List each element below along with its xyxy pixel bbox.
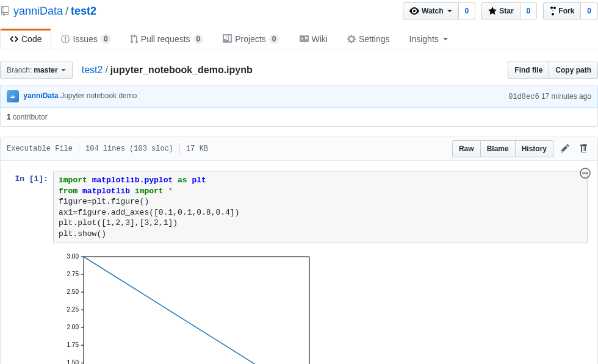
tab-projects-label: Projects: [235, 34, 266, 44]
file-mode: Executable File: [7, 145, 73, 153]
caret-down-icon: [443, 38, 448, 40]
projects-counter: 0: [269, 34, 279, 44]
star-count[interactable]: 0: [521, 2, 538, 20]
tab-wiki[interactable]: Wiki: [289, 29, 337, 49]
tab-pulls-label: Pull requests: [141, 34, 190, 44]
watch-count[interactable]: 0: [459, 2, 476, 20]
tab-insights[interactable]: Insights: [400, 29, 458, 49]
svg-text:2.75: 2.75: [67, 271, 79, 277]
caret-down-icon: [61, 69, 66, 71]
tab-issues[interactable]: Issues 0: [51, 29, 120, 49]
delete-button[interactable]: [577, 141, 591, 157]
file-size: 17 KB: [186, 145, 208, 153]
code-cell: import matplotlib.pyplot as plt from mat…: [53, 171, 588, 243]
star-button[interactable]: Star: [481, 2, 520, 20]
tab-settings[interactable]: Settings: [337, 29, 400, 49]
tab-code[interactable]: Code: [0, 29, 51, 49]
file-lines: 104 lines (103 sloc): [85, 145, 173, 153]
fork-label: Fork: [558, 5, 574, 17]
pulls-counter: 0: [193, 34, 204, 44]
breadcrumb: test2 / jupyter_notebook_demo.ipynb: [82, 65, 253, 76]
tab-settings-label: Settings: [359, 34, 390, 44]
edit-button[interactable]: [557, 141, 573, 157]
watch-button[interactable]: Watch: [403, 2, 459, 20]
cell-prompt: In [1]:: [10, 171, 53, 243]
watch-label: Watch: [422, 5, 444, 17]
tab-insights-label: Insights: [409, 34, 439, 44]
tab-pulls[interactable]: Pull requests 0: [121, 29, 214, 49]
copy-path-button[interactable]: Copy path: [549, 62, 598, 79]
issue-icon: [61, 34, 70, 44]
fork-button[interactable]: Fork: [543, 2, 581, 20]
gear-icon: [347, 34, 356, 44]
tab-code-label: Code: [21, 34, 41, 44]
divider: [79, 143, 79, 154]
tab-projects[interactable]: Projects 0: [213, 29, 289, 49]
svg-text:2.50: 2.50: [67, 288, 79, 295]
collapse-icon: [579, 167, 591, 179]
commit-tease: ⛰ yanniData Jupyter notebook demo 01d8ec…: [0, 85, 598, 108]
raw-button[interactable]: Raw: [452, 140, 481, 157]
svg-text:1.75: 1.75: [67, 341, 79, 348]
pull-request-icon: [131, 34, 138, 44]
svg-text:2.25: 2.25: [67, 306, 79, 313]
issues-counter: 0: [101, 34, 111, 44]
collapse-button[interactable]: [579, 167, 591, 179]
contributors-label: contributor: [13, 113, 48, 121]
eye-icon: [409, 6, 419, 16]
branch-label: Branch:: [7, 64, 32, 76]
commit-time: 17 minutes ago: [541, 92, 591, 101]
avatar: ⛰: [7, 90, 19, 102]
branch-select[interactable]: Branch: master: [0, 62, 73, 79]
repo-name-link[interactable]: test2: [71, 5, 96, 18]
tab-issues-label: Issues: [73, 34, 97, 44]
blame-button[interactable]: Blame: [480, 140, 516, 157]
fork-count[interactable]: 0: [581, 2, 598, 20]
path-separator: /: [65, 5, 68, 18]
caret-down-icon: [447, 10, 452, 12]
history-button[interactable]: History: [515, 140, 553, 157]
contributors-bar[interactable]: 1 contributor: [0, 108, 598, 127]
fork-icon: [550, 6, 556, 16]
commit-message[interactable]: Jupyter notebook demo: [60, 91, 137, 100]
star-icon: [488, 6, 497, 16]
svg-text:2.00: 2.00: [67, 324, 79, 330]
branch-name: master: [34, 64, 57, 76]
svg-text:3.00: 3.00: [67, 253, 79, 260]
divider: [179, 143, 180, 154]
contributors-count: 1: [7, 113, 11, 121]
repo-owner-link[interactable]: yanniData: [13, 5, 63, 18]
code-icon: [10, 34, 18, 44]
repo-nav: Code Issues 0 Pull requests 0 Projects 0…: [0, 29, 598, 49]
path-separator: /: [105, 65, 107, 76]
svg-text:1.50: 1.50: [67, 359, 79, 364]
book-icon: [299, 34, 309, 44]
tab-wiki-label: Wiki: [312, 34, 328, 44]
repo-title: yanniData / test2: [0, 5, 96, 18]
commit-sha[interactable]: 01d8ec6: [508, 93, 539, 101]
commit-author[interactable]: yanniData: [23, 91, 58, 100]
breadcrumb-file: jupyter_notebook_demo.ipynb: [110, 65, 253, 76]
project-icon: [223, 34, 232, 44]
breadcrumb-root[interactable]: test2: [82, 65, 103, 76]
find-file-button[interactable]: Find file: [508, 62, 549, 79]
trash-icon: [580, 143, 588, 153]
star-label: Star: [499, 5, 513, 17]
repo-icon: [0, 6, 10, 16]
pencil-icon: [561, 143, 569, 153]
output-chart: 1.501.752.002.252.502.753.00: [53, 251, 346, 364]
